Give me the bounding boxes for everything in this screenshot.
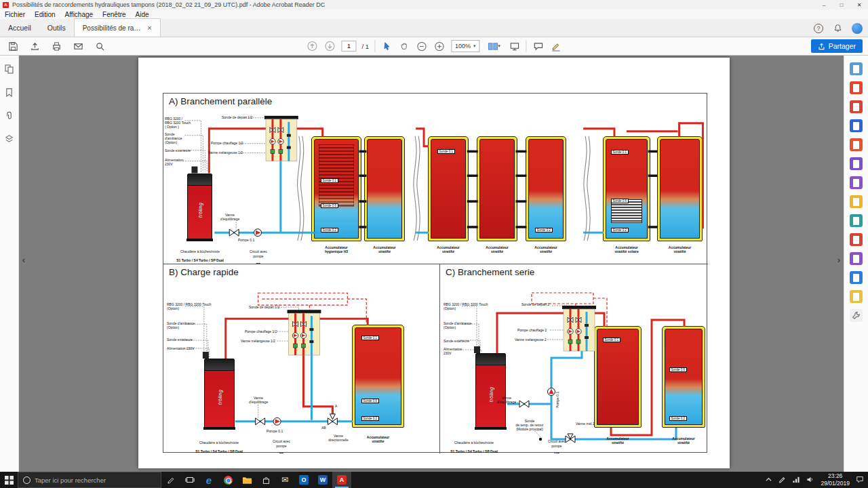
combine-files-tool-icon[interactable] bbox=[850, 119, 863, 132]
select-tool-icon[interactable] bbox=[380, 40, 393, 52]
label-sonde-retour: Sonde de temp. de retour (Module princip… bbox=[508, 419, 551, 431]
start-button[interactable] bbox=[0, 472, 18, 488]
prepare-form-tool-icon[interactable] bbox=[850, 214, 863, 227]
chrome-ball bbox=[224, 476, 233, 485]
restore-button[interactable]: □ bbox=[833, 0, 850, 9]
fill-sign-tool-icon[interactable] bbox=[850, 195, 863, 208]
accumulator-tank bbox=[526, 136, 566, 241]
collapse-left-pane-icon[interactable]: ‹ bbox=[20, 252, 27, 267]
account-avatar[interactable] bbox=[852, 23, 863, 34]
create-pdf-tool-icon[interactable] bbox=[850, 81, 863, 94]
zoom-in-icon[interactable] bbox=[433, 40, 446, 52]
save-icon[interactable] bbox=[7, 40, 19, 52]
tab-close-icon[interactable]: × bbox=[147, 24, 151, 32]
redact-tool-icon[interactable] bbox=[850, 252, 863, 265]
hand-tool-icon[interactable] bbox=[398, 40, 410, 52]
share-button[interactable]: Partager bbox=[811, 39, 863, 53]
accumulator-tank bbox=[657, 136, 703, 241]
attachments-icon[interactable] bbox=[4, 110, 15, 121]
task-view-icon[interactable] bbox=[180, 472, 199, 488]
edit-pdf-tool-icon[interactable] bbox=[850, 157, 863, 170]
tab-document-label: Possibilités de racco... bbox=[83, 24, 144, 32]
label-vanne-melangeuse: Vanne mélangeuse 2 bbox=[515, 338, 547, 342]
highlight-tool-icon[interactable] bbox=[550, 40, 562, 52]
search-icon[interactable] bbox=[94, 40, 106, 52]
sensor-label: Sonde 0.1 bbox=[437, 149, 455, 154]
boiler-caption-line2: S1 Turbo / S4 Turbo / SP Dual bbox=[185, 449, 253, 453]
edge-icon[interactable]: e bbox=[199, 472, 218, 488]
organize-pages-tool-icon[interactable] bbox=[850, 138, 863, 151]
stamp-tool-icon[interactable] bbox=[850, 290, 863, 303]
print-icon[interactable] bbox=[50, 40, 62, 52]
collapse-right-pane-icon[interactable]: › bbox=[835, 252, 842, 267]
compress-pdf-tool-icon[interactable] bbox=[850, 233, 863, 246]
comment-tool-icon[interactable] bbox=[532, 40, 545, 52]
menu-edition[interactable]: Edition bbox=[30, 11, 60, 18]
tray-chevron-icon[interactable] bbox=[765, 474, 772, 486]
page-number-input[interactable] bbox=[341, 41, 356, 52]
close-button[interactable]: ✕ bbox=[850, 0, 868, 9]
menu-fichier[interactable]: Fichier bbox=[0, 11, 30, 18]
menu-aide[interactable]: Aide bbox=[131, 11, 154, 18]
export-icon[interactable] bbox=[28, 40, 41, 52]
email-icon[interactable] bbox=[72, 40, 84, 52]
section-c-branchement-serie: C) Branchement serie bbox=[440, 264, 708, 453]
network-icon[interactable] bbox=[792, 474, 800, 486]
circuit-caption-text: Circuit avec pompe bbox=[265, 439, 298, 448]
label-pompe-chauffage: Pompe chauffage 1/2 bbox=[245, 329, 277, 333]
label-vanne-melangeuse: Vanne mélangeuse 1/2 bbox=[208, 150, 243, 155]
mail-glyph: ✉ bbox=[281, 475, 288, 485]
acrobat-taskbar-icon[interactable]: A bbox=[332, 472, 351, 488]
tab-accueil[interactable]: Accueil bbox=[0, 18, 39, 37]
tank-caption: Accumulateur stratifié bbox=[594, 436, 642, 445]
boiler-brand: fröling bbox=[217, 390, 222, 405]
page-thumbnails-icon[interactable] bbox=[4, 64, 15, 75]
circuit-caption: Circuit avec pompe FE bbox=[265, 435, 298, 453]
pdf-page[interactable]: A) Branchement parallèle bbox=[138, 58, 730, 468]
minimize-button[interactable]: – bbox=[815, 0, 833, 9]
label-vanne-equilibrage: Vanne d'équilibrage bbox=[249, 396, 268, 404]
volume-icon[interactable] bbox=[806, 474, 814, 486]
ink-workspace-icon[interactable] bbox=[161, 472, 180, 488]
taskbar-search[interactable] bbox=[18, 472, 161, 488]
send-comments-tool-icon[interactable] bbox=[850, 271, 863, 284]
label-sonde-depart: Sonde de départ 1/2 bbox=[249, 305, 279, 309]
toolbar-divider bbox=[374, 40, 375, 52]
word-glyph: W bbox=[318, 475, 328, 485]
file-explorer-icon[interactable] bbox=[237, 472, 256, 488]
page-display-select[interactable]: ▾ bbox=[486, 40, 503, 52]
sensor-label: Sonde 0.1 bbox=[321, 178, 338, 183]
tab-document[interactable]: Possibilités de racco... × bbox=[74, 18, 161, 37]
bell-icon[interactable] bbox=[831, 22, 844, 35]
menu-fenetre[interactable]: Fenêtre bbox=[98, 11, 130, 18]
boiler-brand: fröling bbox=[197, 203, 202, 218]
help-icon[interactable]: ? bbox=[814, 24, 823, 33]
taskbar-clock[interactable]: 23:26 29/01/2019 bbox=[821, 472, 850, 487]
outlook-icon[interactable]: O bbox=[294, 472, 313, 488]
previous-page-icon[interactable] bbox=[306, 40, 318, 52]
more-tools-icon[interactable] bbox=[850, 309, 863, 322]
search-tools-icon[interactable] bbox=[850, 62, 863, 75]
bookmarks-icon[interactable] bbox=[4, 87, 15, 98]
tab-outils[interactable]: Outils bbox=[39, 18, 74, 37]
export-pdf-tool-icon[interactable] bbox=[850, 100, 863, 113]
chrome-icon[interactable] bbox=[218, 472, 237, 488]
accumulator-tank bbox=[662, 326, 705, 428]
tray-pen-icon[interactable] bbox=[778, 474, 786, 486]
comment-tool-icon[interactable] bbox=[850, 176, 863, 189]
store-icon[interactable] bbox=[256, 472, 275, 488]
sensor-label: Sonde 0.6 bbox=[321, 203, 338, 208]
presentation-mode-icon[interactable] bbox=[509, 40, 521, 52]
mail-icon[interactable]: ✉ bbox=[275, 472, 294, 488]
action-center-icon[interactable] bbox=[856, 474, 864, 486]
page-display-caret-icon: ▾ bbox=[498, 43, 500, 49]
label-alimentation: Alimentation 230V bbox=[167, 346, 226, 350]
taskbar-search-input[interactable] bbox=[35, 476, 143, 484]
word-icon[interactable]: W bbox=[313, 472, 332, 488]
next-page-icon[interactable] bbox=[323, 40, 336, 52]
zoom-level-select[interactable]: 100% ▾ bbox=[451, 40, 480, 52]
zoom-out-icon[interactable] bbox=[416, 40, 428, 52]
zoom-caret-icon: ▾ bbox=[473, 43, 476, 49]
layers-icon[interactable] bbox=[4, 133, 15, 144]
menu-affichage[interactable]: Affichage bbox=[60, 11, 98, 18]
